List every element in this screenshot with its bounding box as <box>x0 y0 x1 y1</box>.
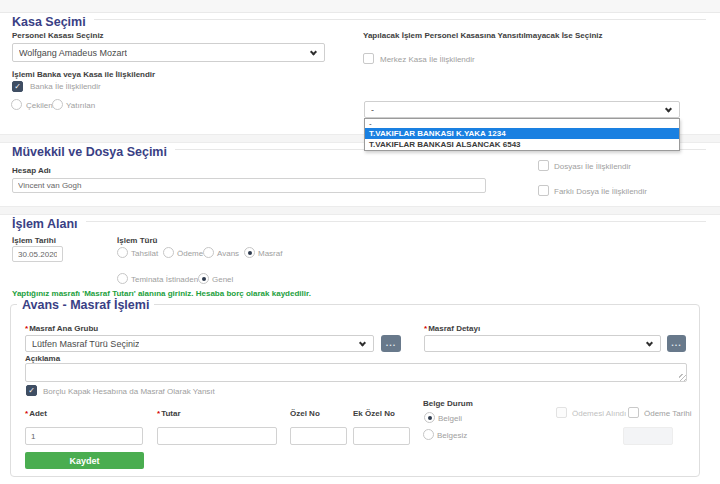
islem-tarihi-input[interactable] <box>12 246 63 262</box>
yatirilan-label: Yatırılan <box>66 101 95 110</box>
aciklama-textarea[interactable] <box>25 363 687 382</box>
section-separator <box>0 206 720 215</box>
section-islem-alani: İşlem Alanı <box>12 217 706 231</box>
tutar-label-text: Tutar <box>161 409 180 418</box>
ozel-no-input[interactable] <box>290 427 347 445</box>
genel-radio[interactable] <box>198 273 209 284</box>
personel-kasasi-value: Wolfgang Amadeus Mozart <box>19 48 127 58</box>
islem-alani-title: İşlem Alanı <box>12 217 78 231</box>
masraf-ana-grubu-value: Lütfen Masraf Türü Seçiniz <box>32 339 139 349</box>
tutar-label: *Tutar <box>157 409 181 418</box>
merkez-kasa-checkbox[interactable] <box>363 53 374 64</box>
required-asterisk: * <box>424 324 427 333</box>
dosyasi-ile-iliskilendir-checkbox[interactable] <box>538 160 549 171</box>
banka-dropdown-list: - T.VAKIFLAR BANKASI K.YAKA 1234 T.VAKIF… <box>364 118 680 151</box>
masraf-detayi-browse-button[interactable]: ... <box>667 335 686 352</box>
farkli-dosya-label: Farklı Dosya İle İlişkilendir <box>554 187 647 196</box>
divider-line <box>86 221 706 222</box>
form-page: Kasa Seçimi Personel Kasası Seçiniz Wolf… <box>0 0 720 484</box>
merkez-kasa-label: Merkez Kasa İle İlişkilendir <box>380 55 475 64</box>
section-kasa-secimi: Kasa Seçimi <box>12 15 706 29</box>
required-asterisk: * <box>25 324 28 333</box>
belgesiz-radio[interactable] <box>423 429 434 440</box>
teminata-istinaden-radio[interactable] <box>117 273 128 284</box>
masraf-ana-grubu-select[interactable]: Lütfen Masraf Türü Seçiniz <box>25 335 374 352</box>
belgeli-radio[interactable] <box>424 412 435 423</box>
banka-ile-iliskilendir-checkbox[interactable]: ✓ <box>12 81 23 92</box>
odemesi-alindi-checkbox[interactable] <box>556 407 567 418</box>
masraf-detayi-label: *Masraf Detayı <box>424 324 480 333</box>
odeme-tarihi-label: Ödeme Tarihi <box>644 409 691 418</box>
ek-ozel-no-input[interactable] <box>353 427 410 445</box>
required-asterisk: * <box>157 409 160 418</box>
tahsilat-radio[interactable] <box>117 247 128 258</box>
islem-turu-label: İşlem Türü <box>117 236 157 245</box>
odeme-tarihi-input <box>623 427 673 445</box>
avans-radio[interactable] <box>203 247 214 258</box>
belge-durum-label: Belge Durum <box>423 399 473 408</box>
masraf-detayi-select[interactable] <box>424 335 661 352</box>
dropdown-option-highlighted[interactable]: T.VAKIFLAR BANKASI K.YAKA 1234 <box>365 128 679 139</box>
dosyasi-ile-iliskilendir-label: Dosyası İle İlişkilendir <box>554 162 631 171</box>
muvekkil-title: Müvekkil ve Dosya Seçimi <box>12 145 167 159</box>
ek-ozel-no-label: Ek Özel No <box>353 409 395 418</box>
odeme-tarihi-checkbox[interactable] <box>628 407 639 418</box>
top-bar <box>0 0 720 13</box>
adet-label: *Adet <box>25 409 47 418</box>
kasa-secimi-title: Kasa Seçimi <box>12 15 86 29</box>
cekilen-label: Çekilen <box>26 101 53 110</box>
masraf-detayi-label-text: Masraf Detayı <box>428 324 480 333</box>
personel-kasasi-label: Personel Kasası Seçiniz <box>12 31 104 40</box>
islemi-banka-kasa-label: İşlemi Banka veya Kasa ile İlişkilendir <box>12 70 155 79</box>
personel-kasasi-select[interactable]: Wolfgang Amadeus Mozart <box>12 43 325 62</box>
dropdown-option[interactable]: - <box>365 119 679 128</box>
yatirilan-radio[interactable] <box>52 99 63 110</box>
yansitilmayacak-label: Yapılacak İşlem Personel Kasasına Yansıt… <box>363 31 603 40</box>
borclu-kapak-checkbox[interactable]: ✓ <box>26 385 37 396</box>
tahsilat-label: Tahsilat <box>131 249 158 258</box>
required-asterisk: * <box>25 409 28 418</box>
teminata-istinaden-label: Teminata İstinaden <box>131 275 198 284</box>
banka-select-value: - <box>371 105 374 115</box>
masraf-radio[interactable] <box>244 247 255 258</box>
aciklama-label: Açıklama <box>25 354 60 363</box>
adet-label-text: Adet <box>29 409 47 418</box>
islem-tarihi-label: İşlem Tarihi <box>12 236 56 245</box>
belgesiz-label: Belgesiz <box>437 431 467 440</box>
avans-masraf-title: Avans - Masraf İşlemi <box>17 298 154 312</box>
divider-line <box>94 19 706 20</box>
avans-label: Avans <box>217 249 239 258</box>
odemesi-alindi-label: Ödemesi Alındı <box>572 409 626 418</box>
chevron-down-icon <box>646 339 653 346</box>
check-icon: ✓ <box>13 82 22 92</box>
check-icon: ✓ <box>27 386 36 396</box>
masraf-label: Masraf <box>258 249 282 258</box>
chevron-down-icon <box>359 339 366 346</box>
masraf-ana-grubu-browse-button[interactable]: ... <box>381 335 401 352</box>
ozel-no-label: Özel No <box>290 409 320 418</box>
chevron-down-icon <box>310 48 317 55</box>
cekilen-radio[interactable] <box>11 99 22 110</box>
dropdown-option[interactable]: T.VAKIFLAR BANKASI ALSANCAK 6543 <box>365 139 679 150</box>
belgeli-label: Belgeli <box>438 414 462 423</box>
chevron-down-icon <box>665 105 672 112</box>
odeme-radio[interactable] <box>163 247 174 258</box>
hesap-adi-label: Hesap Adı <box>12 166 51 175</box>
tutar-input[interactable] <box>157 427 277 445</box>
banka-select[interactable]: - <box>364 101 680 118</box>
genel-label: Genel <box>212 275 233 284</box>
odeme-label: Ödeme <box>177 249 203 258</box>
masraf-ana-grubu-label: *Masraf Ana Grubu <box>25 324 98 333</box>
adet-input[interactable] <box>25 427 143 445</box>
banka-ile-iliskilendir-label: Banka İle İlişkilendir <box>30 82 101 91</box>
resize-handle-icon[interactable] <box>679 374 686 381</box>
masraf-info-text: Yaptığınız masrafı 'Masraf Tutarı' alanı… <box>12 289 311 298</box>
kaydet-button[interactable]: Kaydet <box>25 452 144 469</box>
hesap-adi-input[interactable] <box>12 178 486 193</box>
masraf-ana-grubu-label-text: Masraf Ana Grubu <box>29 324 98 333</box>
borclu-kapak-label: Borçlu Kapak Hesabına da Masraf Olarak Y… <box>43 387 215 396</box>
farkli-dosya-checkbox[interactable] <box>538 185 549 196</box>
